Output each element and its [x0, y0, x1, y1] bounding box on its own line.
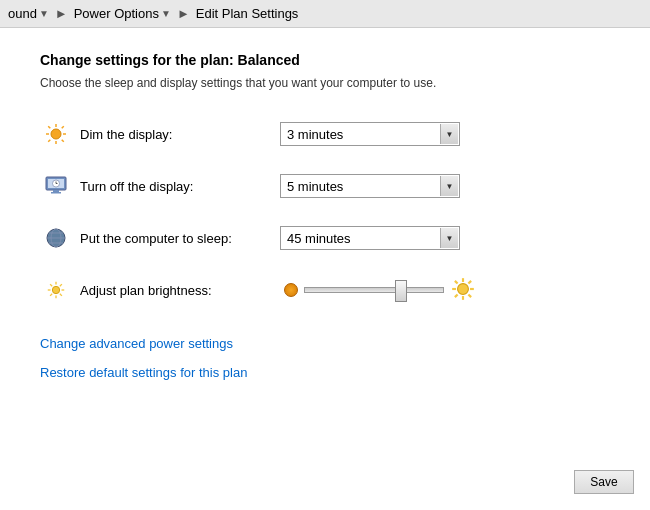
- advanced-power-settings-link[interactable]: Change advanced power settings: [40, 336, 610, 351]
- turn-off-display-arrow: ▼: [440, 176, 458, 196]
- nav-item-power-options[interactable]: Power Options ▼: [74, 6, 171, 21]
- brightness-slider-thumb[interactable]: [395, 280, 407, 302]
- page-subtitle: Choose the sleep and display settings th…: [40, 76, 610, 90]
- dim-display-dropdown-container[interactable]: 3 minutes ▼: [280, 122, 460, 146]
- brightness-high-icon: [450, 276, 476, 305]
- nav-separator-2: ►: [177, 6, 190, 21]
- link-section: Change advanced power settings Restore d…: [40, 336, 610, 380]
- moon-icon: [40, 222, 72, 254]
- svg-line-7: [62, 126, 64, 128]
- svg-rect-11: [53, 190, 59, 192]
- sleep-dropdown[interactable]: 45 minutes ▼: [280, 226, 460, 250]
- brightness-dot: [284, 283, 298, 297]
- sleep-dropdown-container[interactable]: 45 minutes ▼: [280, 226, 460, 250]
- turn-off-display-dropdown[interactable]: 5 minutes ▼: [280, 174, 460, 198]
- brightness-label: Adjust plan brightness:: [80, 283, 280, 298]
- restore-defaults-link[interactable]: Restore default settings for this plan: [40, 365, 610, 380]
- turn-off-display-label: Turn off the display:: [80, 179, 280, 194]
- svg-line-26: [50, 284, 52, 286]
- nav-separator-1: ►: [55, 6, 68, 21]
- setting-row-sleep: Put the computer to sleep: 45 minutes ▼: [40, 222, 610, 254]
- svg-line-8: [48, 140, 50, 142]
- setting-row-turn-off-display: Turn off the display: 5 minutes ▼: [40, 170, 610, 202]
- svg-line-27: [60, 294, 62, 296]
- svg-point-0: [51, 129, 61, 139]
- setting-row-dim-display: Dim the display: 3 minutes ▼: [40, 118, 610, 150]
- nav-label-power: Power Options: [74, 6, 159, 21]
- nav-item-edit-plan: Edit Plan Settings: [196, 6, 299, 21]
- nav-item-sound[interactable]: ound ▼: [8, 6, 49, 21]
- setting-row-brightness: Adjust plan brightness:: [40, 274, 610, 306]
- svg-line-35: [455, 280, 458, 283]
- svg-line-28: [60, 284, 62, 286]
- dim-display-value: 3 minutes: [287, 127, 343, 142]
- brightness-low-icon: [40, 274, 72, 306]
- sleep-arrow: ▼: [440, 228, 458, 248]
- monitor-icon: [40, 170, 72, 202]
- brightness-control: [284, 276, 476, 305]
- svg-line-37: [468, 280, 471, 283]
- dim-display-dropdown[interactable]: 3 minutes ▼: [280, 122, 460, 146]
- page-title: Change settings for the plan: Balanced: [40, 52, 610, 68]
- nav-dropdown-arrow-power[interactable]: ▼: [161, 8, 171, 19]
- turn-off-display-dropdown-container[interactable]: 5 minutes ▼: [280, 174, 460, 198]
- main-content: Change settings for the plan: Balanced C…: [0, 28, 650, 510]
- brightness-slider-track[interactable]: [304, 287, 444, 293]
- breadcrumb-bar: ound ▼ ► Power Options ▼ ► Edit Plan Set…: [0, 0, 650, 28]
- nav-label-sound: ound: [8, 6, 37, 21]
- sleep-value: 45 minutes: [287, 231, 351, 246]
- nav-label-edit-plan: Edit Plan Settings: [196, 6, 299, 21]
- sun-dim-icon: [40, 118, 72, 150]
- save-button[interactable]: Save: [574, 470, 634, 494]
- svg-line-36: [468, 294, 471, 297]
- svg-line-29: [50, 294, 52, 296]
- svg-point-21: [52, 286, 59, 293]
- svg-point-30: [458, 283, 469, 294]
- dim-display-arrow: ▼: [440, 124, 458, 144]
- svg-rect-12: [51, 192, 61, 194]
- svg-line-38: [455, 294, 458, 297]
- nav-dropdown-arrow-sound[interactable]: ▼: [39, 8, 49, 19]
- turn-off-display-value: 5 minutes: [287, 179, 343, 194]
- dim-display-label: Dim the display:: [80, 127, 280, 142]
- sleep-label: Put the computer to sleep:: [80, 231, 280, 246]
- svg-line-5: [48, 126, 50, 128]
- svg-line-6: [62, 140, 64, 142]
